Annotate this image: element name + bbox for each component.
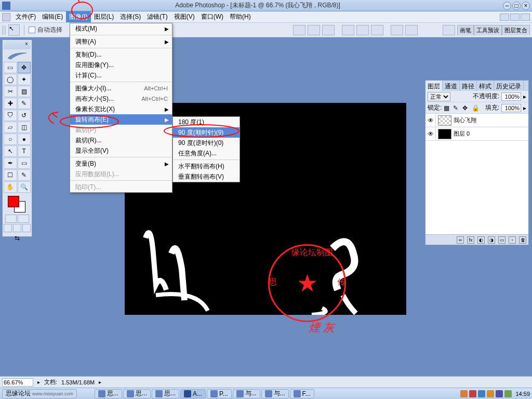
tab-styles[interactable]: 样式 (477, 81, 494, 91)
tab-layers[interactable]: 图层 (425, 81, 443, 91)
shape-tool[interactable]: ▭ (18, 157, 31, 169)
menu-pixel-aspect[interactable]: 像素长宽比(X)▶ (70, 104, 172, 114)
standard-mode-icon[interactable] (5, 215, 17, 223)
tray-icon[interactable] (469, 390, 476, 397)
child-minimize-button[interactable] (500, 14, 509, 21)
align-bottom-icon[interactable] (371, 25, 383, 35)
layer-name[interactable]: 我心飞翔 (454, 116, 528, 124)
zoom-input[interactable] (2, 378, 33, 387)
rotate-90ccw[interactable]: 90 度(逆时针)(0) (173, 138, 240, 148)
tray-icon[interactable] (496, 390, 503, 397)
tray-icon[interactable] (460, 390, 468, 397)
eyedropper-tool[interactable]: ✎ (18, 169, 31, 181)
layer-thumbnail[interactable] (438, 115, 451, 126)
rotate-90cw[interactable]: 90 度(顺时针)(9) (173, 127, 240, 138)
quickmask-mode-icon[interactable] (18, 215, 29, 223)
options-grip[interactable] (2, 25, 6, 35)
minimize-button[interactable]: – (503, 2, 511, 10)
menu-layer[interactable]: 图层(L) (91, 11, 117, 22)
toolbox-close-icon[interactable]: × (23, 41, 30, 47)
menu-image-size[interactable]: 图像大小(I)...Alt+Ctrl+I (70, 83, 172, 94)
screen-full-menu-icon[interactable] (13, 224, 21, 232)
lasso-tool[interactable]: ◯ (4, 74, 17, 85)
menu-apply-image[interactable]: 应用图像(Y)... (70, 60, 172, 70)
align-right-icon[interactable] (322, 25, 335, 35)
taskbar-item[interactable]: P... (207, 389, 231, 398)
taskbar-item[interactable]: F... (290, 389, 314, 398)
path-select-tool[interactable]: ↖ (4, 145, 17, 157)
tab-layer-comps[interactable]: 图层复合 (502, 25, 530, 35)
delete-layer-icon[interactable]: 🗑 (519, 236, 526, 244)
menu-calculations[interactable]: 计算(C)... (70, 70, 172, 81)
auto-select-checkbox[interactable] (29, 26, 35, 33)
child-restore-button[interactable] (510, 14, 520, 21)
doc-info-arrow-icon[interactable]: ▸ (99, 379, 101, 385)
hand-tool[interactable]: ✋ (4, 181, 17, 193)
layer-name[interactable]: 图层 0 (454, 130, 528, 138)
opacity-input[interactable] (501, 92, 521, 101)
current-tool-icon[interactable]: ↖ (8, 24, 20, 36)
zoom-arrow-icon[interactable]: ▸ (37, 379, 40, 385)
visibility-icon[interactable]: 👁 (425, 127, 436, 140)
close-button[interactable]: × (522, 2, 530, 10)
opacity-arrow-icon[interactable]: ▸ (523, 93, 526, 100)
taskbar-item[interactable]: 与... (261, 389, 289, 398)
menu-reveal-all[interactable]: 显示全部(V) (70, 145, 172, 156)
maximize-button[interactable]: □ (512, 2, 521, 10)
align-middle-icon[interactable] (356, 25, 369, 35)
layer-style-icon[interactable]: fx (467, 236, 474, 244)
adjustment-layer-icon[interactable]: ◑ (488, 236, 495, 244)
color-swatches[interactable] (4, 195, 31, 214)
distribute-h-icon[interactable] (391, 25, 403, 35)
tab-brushes[interactable]: 画笔 (457, 25, 474, 35)
screen-standard-icon[interactable] (4, 224, 12, 232)
tab-history[interactable]: 历史记录 (494, 81, 524, 91)
align-left-icon[interactable] (293, 25, 305, 35)
type-tool[interactable]: T (18, 145, 31, 157)
taskbar-item[interactable]: A... (180, 389, 206, 398)
imageready-icon[interactable]: ⇆ (4, 234, 31, 242)
menu-image[interactable]: 图像(I) (66, 11, 90, 22)
blend-mode-select[interactable]: 正常 (428, 92, 450, 101)
fill-arrow-icon[interactable]: ▸ (523, 104, 526, 112)
marquee-tool[interactable]: ▭ (4, 62, 17, 73)
layer-mask-icon[interactable]: ◐ (477, 236, 485, 244)
align-center-icon[interactable] (308, 25, 320, 35)
tray-icon[interactable] (487, 390, 494, 397)
menu-file[interactable]: 文件(F) (12, 11, 39, 22)
tab-tool-presets[interactable]: 工具预设 (474, 25, 502, 35)
lock-position-icon[interactable]: ✥ (462, 104, 470, 112)
menu-filter[interactable]: 滤镜(T) (144, 11, 170, 22)
dodge-tool[interactable]: ● (18, 134, 31, 145)
brush-tool[interactable]: ✎ (18, 98, 31, 109)
layer-row[interactable]: 👁 我心飞翔 (425, 114, 528, 127)
menu-mode[interactable]: 模式(M)▶ (70, 23, 172, 34)
rotate-arbitrary[interactable]: 任意角度(A)... (173, 148, 240, 158)
visibility-icon[interactable]: 👁 (425, 114, 436, 127)
eraser-tool[interactable]: ▱ (4, 122, 17, 133)
child-window-icon[interactable] (2, 13, 10, 21)
menu-duplicate[interactable]: 复制(D)... (70, 49, 172, 60)
lock-all-icon[interactable]: 🔒 (472, 104, 479, 112)
flip-vertical[interactable]: 垂直翻转画布(V) (173, 171, 240, 182)
layer-thumbnail[interactable] (438, 129, 451, 139)
lock-pixels-icon[interactable]: ✎ (453, 104, 460, 112)
taskbar-item[interactable]: 与... (233, 389, 260, 398)
menu-trim[interactable]: 裁切(R)... (70, 135, 172, 145)
pen-tool[interactable]: ✒ (4, 157, 17, 169)
taskbar-item[interactable]: 思... (95, 389, 122, 398)
align-top-icon[interactable] (342, 25, 354, 35)
menu-window[interactable]: 窗口(W) (198, 11, 227, 22)
stamp-tool[interactable]: ⛉ (4, 110, 17, 121)
clock[interactable]: 14:59 (515, 391, 530, 397)
menu-variables[interactable]: 变量(B)▶ (70, 158, 172, 169)
heal-tool[interactable]: ✚ (4, 98, 17, 109)
menu-view[interactable]: 视图(V) (171, 11, 198, 22)
flip-horizontal[interactable]: 水平翻转画布(H) (173, 161, 240, 171)
rotate-180[interactable]: 180 度(1) (173, 117, 240, 127)
crop-tool[interactable]: ✂ (4, 86, 17, 97)
zoom-tool[interactable]: 🔍 (18, 181, 31, 193)
history-brush-tool[interactable]: ↺ (18, 110, 31, 121)
distribute-v-icon[interactable] (405, 25, 418, 35)
lock-transparency-icon[interactable]: ▦ (444, 104, 451, 112)
